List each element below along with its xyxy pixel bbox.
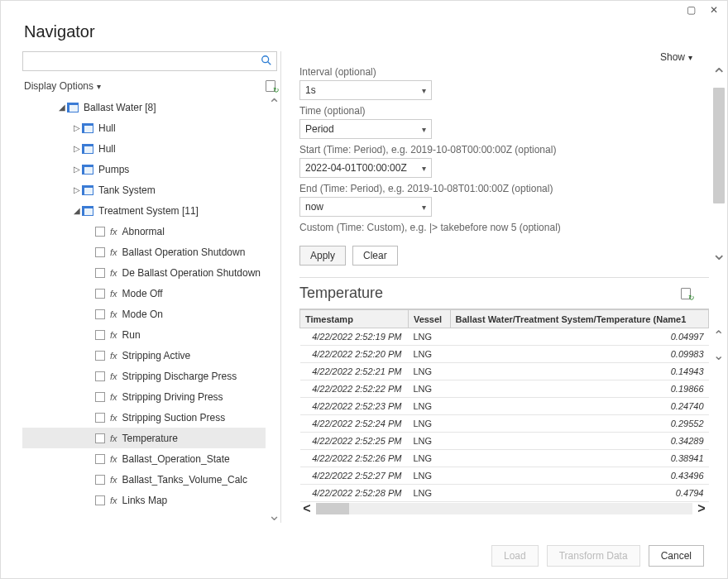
checkbox[interactable] bbox=[95, 454, 105, 464]
refresh-icon[interactable] bbox=[266, 80, 277, 92]
fx-icon: fx bbox=[110, 268, 117, 278]
table-vscrollbar[interactable]: ⌃ ⌄ bbox=[712, 329, 724, 362]
caret-down-icon[interactable]: ◢ bbox=[72, 206, 82, 215]
fx-icon: fx bbox=[110, 371, 117, 381]
table-cell: 0.19866 bbox=[450, 380, 708, 398]
tree-node[interactable]: ◢Ballast Water [8] bbox=[22, 97, 266, 117]
scroll-up-icon[interactable]: ⌃ bbox=[713, 329, 724, 342]
table-cell: LNG bbox=[408, 380, 450, 398]
transform-data-button[interactable]: Transform Data bbox=[547, 545, 640, 567]
caret-down-icon[interactable]: ◢ bbox=[57, 103, 67, 112]
checkbox[interactable] bbox=[95, 309, 105, 319]
checkbox[interactable] bbox=[95, 392, 105, 402]
tree-node[interactable]: ·fxBallast Operation Shutdown bbox=[22, 242, 266, 262]
column-header[interactable]: Ballast Water/Treatment System/Temperatu… bbox=[450, 310, 708, 328]
close-icon[interactable]: ✕ bbox=[707, 4, 721, 16]
time-label: Time (optional) bbox=[299, 105, 709, 117]
caret-right-icon[interactable]: ▷ bbox=[72, 123, 82, 132]
apply-button[interactable]: Apply bbox=[299, 246, 346, 266]
chevron-down-icon: ▾ bbox=[422, 164, 426, 173]
show-dropdown[interactable]: Show ▾ bbox=[660, 51, 692, 63]
table-row[interactable]: 4/22/2022 2:52:19 PMLNG0.04997 bbox=[300, 328, 709, 346]
tree-node[interactable]: ▷Tank System bbox=[22, 179, 266, 200]
tree-node[interactable]: ◢Treatment System [11] bbox=[22, 200, 266, 221]
start-select[interactable]: 2022-04-01T00:00:00Z ▾ bbox=[299, 158, 432, 178]
tree-node[interactable]: ·fxBallast_Operation_State bbox=[22, 448, 266, 469]
checkbox[interactable] bbox=[95, 247, 105, 257]
caret-right-icon[interactable]: ▷ bbox=[72, 185, 82, 194]
load-button[interactable]: Load bbox=[491, 545, 539, 567]
tree-node[interactable]: ·fxMode Off bbox=[22, 283, 266, 304]
scroll-down-icon[interactable]: ⌄ bbox=[711, 245, 726, 263]
scroll-up-icon[interactable]: ⌃ bbox=[268, 97, 280, 112]
tree-node[interactable]: ·fxDe Ballast Operation Shutdown bbox=[22, 262, 266, 283]
scroll-down-icon[interactable]: ⌄ bbox=[713, 349, 724, 362]
tree-node[interactable]: ·fxStripping Active bbox=[22, 345, 266, 366]
end-select[interactable]: now ▾ bbox=[299, 197, 432, 217]
caret-right-icon[interactable]: ▷ bbox=[72, 144, 82, 153]
checkbox[interactable] bbox=[95, 371, 105, 381]
interval-value: 1s bbox=[305, 84, 316, 96]
end-value: now bbox=[305, 201, 323, 213]
tree-node[interactable]: ·fxMode On bbox=[22, 304, 266, 324]
checkbox[interactable] bbox=[95, 330, 105, 340]
tree-node[interactable]: ·fxLinks Map bbox=[22, 490, 266, 510]
checkbox[interactable] bbox=[95, 475, 105, 485]
table-icon bbox=[82, 144, 93, 154]
scroll-left-icon[interactable]: < bbox=[299, 501, 314, 516]
checkbox[interactable] bbox=[95, 413, 105, 423]
tree-node[interactable]: ·fxTemperature bbox=[22, 428, 266, 448]
table-row[interactable]: 4/22/2022 2:52:22 PMLNG0.19866 bbox=[300, 380, 709, 398]
tree-node[interactable]: ·fxStripping Suction Press bbox=[22, 407, 266, 428]
table-row[interactable]: 4/22/2022 2:52:21 PMLNG0.14943 bbox=[300, 363, 709, 380]
tree-node[interactable]: ·fxStripping Discharge Press bbox=[22, 366, 266, 386]
section-title: Temperature bbox=[299, 285, 383, 302]
search-icon[interactable] bbox=[256, 55, 276, 69]
tree-scrollbar[interactable]: ⌃ ⌄ bbox=[268, 97, 280, 523]
tree-node[interactable]: ·fxBallast_Tanks_Volume_Calc bbox=[22, 469, 266, 490]
tree-node[interactable]: ·fxAbnormal bbox=[22, 221, 266, 242]
pane-vscrollbar[interactable]: ⌃ ⌄ bbox=[712, 66, 726, 263]
tree-node[interactable]: ▷Pumps bbox=[22, 159, 266, 179]
table-row[interactable]: 4/22/2022 2:52:20 PMLNG0.09983 bbox=[300, 346, 709, 363]
table-hscrollbar[interactable]: < > bbox=[299, 502, 709, 515]
table-row[interactable]: 4/22/2022 2:52:23 PMLNG0.24740 bbox=[300, 398, 709, 415]
tree-node[interactable]: ·fxRun bbox=[22, 324, 266, 345]
checkbox[interactable] bbox=[95, 433, 105, 443]
table-row[interactable]: 4/22/2022 2:52:24 PMLNG0.29552 bbox=[300, 415, 709, 433]
scroll-right-icon[interactable]: > bbox=[694, 501, 709, 516]
fx-icon: fx bbox=[110, 289, 117, 299]
clear-button[interactable]: Clear bbox=[352, 246, 398, 266]
tree-node[interactable]: ▷Hull bbox=[22, 117, 266, 138]
tree-node[interactable]: ▷Hull bbox=[22, 138, 266, 159]
search-field[interactable] bbox=[23, 52, 256, 70]
table-cell: 0.29552 bbox=[450, 415, 708, 433]
tree-node-label: Stripping Active bbox=[122, 350, 191, 361]
checkbox[interactable] bbox=[95, 227, 105, 237]
table-row[interactable]: 4/22/2022 2:52:26 PMLNG0.38941 bbox=[300, 450, 709, 467]
table-row[interactable]: 4/22/2022 2:52:27 PMLNG0.43496 bbox=[300, 467, 709, 485]
checkbox[interactable] bbox=[95, 289, 105, 299]
table-row[interactable]: 4/22/2022 2:52:28 PMLNG0.4794 bbox=[300, 485, 709, 502]
column-header[interactable]: Timestamp bbox=[300, 310, 409, 328]
interval-select[interactable]: 1s ▾ bbox=[299, 80, 432, 100]
checkbox[interactable] bbox=[95, 351, 105, 361]
scroll-up-icon[interactable]: ⌃ bbox=[711, 66, 726, 84]
cancel-button[interactable]: Cancel bbox=[649, 545, 704, 567]
caret-right-icon[interactable]: ▷ bbox=[72, 165, 82, 174]
display-options-dropdown[interactable]: Display Options ▾ bbox=[24, 80, 101, 92]
tree-node-label: Mode Off bbox=[122, 288, 163, 299]
time-select[interactable]: Period ▾ bbox=[299, 119, 432, 139]
table-row[interactable]: 4/22/2022 2:52:25 PMLNG0.34289 bbox=[300, 433, 709, 450]
tree-node[interactable]: ·fxStripping Driving Press bbox=[22, 386, 266, 407]
search-input[interactable] bbox=[22, 51, 277, 71]
maximize-icon[interactable]: ▢ bbox=[684, 4, 697, 16]
window-controls: ▢ ✕ bbox=[1, 1, 727, 19]
refresh-icon[interactable] bbox=[681, 288, 692, 299]
checkbox[interactable] bbox=[95, 268, 105, 278]
table-cell: 4/22/2022 2:52:28 PM bbox=[300, 485, 409, 502]
scroll-down-icon[interactable]: ⌄ bbox=[268, 508, 280, 523]
table-icon bbox=[82, 185, 93, 195]
column-header[interactable]: Vessel bbox=[408, 310, 450, 328]
checkbox[interactable] bbox=[95, 495, 105, 505]
